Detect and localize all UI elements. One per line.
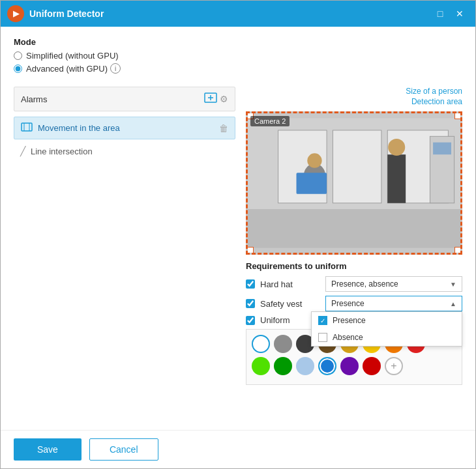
mode-section: Mode Simplified (without GPU) Advanced (… xyxy=(14,37,462,76)
footer: Save Cancel xyxy=(1,430,475,468)
color-red[interactable] xyxy=(363,357,381,375)
color-green[interactable] xyxy=(274,357,292,375)
content-area: Mode Simplified (without GPU) Advanced (… xyxy=(1,27,475,430)
color-light-blue[interactable] xyxy=(296,357,314,375)
alarm-item-movement[interactable]: Movement in the area 🗑 xyxy=(14,117,235,139)
size-of-person-link[interactable]: Size of a person xyxy=(406,87,462,96)
dropdown-presence-label: Presence xyxy=(333,316,366,325)
line-icon: ╱ xyxy=(20,146,25,156)
movement-icon xyxy=(21,122,33,134)
svg-rect-7 xyxy=(248,209,460,248)
safetyvest-dropdown-value: Presence xyxy=(331,299,364,308)
detection-area-link[interactable]: Detection area xyxy=(411,97,462,106)
mode-label: Mode xyxy=(14,37,462,47)
save-button[interactable]: Save xyxy=(14,438,82,461)
svg-rect-9 xyxy=(333,130,381,203)
dropdown-option-presence[interactable]: ✓ Presence xyxy=(312,312,462,329)
app-logo: ▶ xyxy=(7,5,24,22)
alarm-line-label: Line intersection xyxy=(31,147,93,156)
mode-info-icon[interactable]: i xyxy=(110,63,121,74)
req-row-hardhat: Hard hat Presence, absence ▼ xyxy=(246,276,462,292)
requirements-title: Requirements to uniform xyxy=(246,261,462,271)
left-panel: Alarms ⚙ xyxy=(14,87,235,419)
safetyvest-dropdown[interactable]: Presence ▲ xyxy=(325,296,462,311)
color-blue[interactable] xyxy=(318,357,336,375)
alarm-movement-label: Movement in the area xyxy=(38,123,219,133)
alarms-add-icon[interactable] xyxy=(204,92,217,106)
color-add-button[interactable]: + xyxy=(385,357,403,375)
mode-simplified-radio[interactable] xyxy=(14,51,22,60)
window-title: Uniform Detector xyxy=(29,8,430,19)
alarm-movement-delete[interactable]: 🗑 xyxy=(219,123,228,134)
safetyvest-dropdown-arrow: ▲ xyxy=(450,300,456,307)
mode-simplified-label: Simplified (without GPU) xyxy=(26,51,119,61)
alarms-row: Alarms ⚙ xyxy=(14,87,235,111)
color-row-2: + xyxy=(252,357,456,375)
cancel-button[interactable]: Cancel xyxy=(89,438,158,461)
logo-symbol: ▶ xyxy=(13,9,19,18)
requirements-section: Requirements to uniform Hard hat Presenc… xyxy=(246,261,462,385)
main-area: Alarms ⚙ xyxy=(14,87,462,419)
hardhat-label: Hard hat xyxy=(260,279,325,289)
camera-scene xyxy=(248,113,460,253)
dropdown-option-absence[interactable]: Absence xyxy=(312,329,462,346)
camera-view: Camera 2 xyxy=(246,111,462,255)
uniform-checkbox[interactable] xyxy=(246,316,255,325)
hardhat-dropdown-value: Presence, absence xyxy=(331,279,398,289)
safetyvest-checkbox[interactable] xyxy=(246,299,255,308)
svg-rect-13 xyxy=(387,154,406,203)
absence-check-icon xyxy=(318,333,327,342)
alarms-settings-icon[interactable]: ⚙ xyxy=(220,94,228,104)
mode-advanced-row: Advanced (with GPU) i xyxy=(14,63,462,74)
svg-rect-3 xyxy=(22,123,32,131)
color-white[interactable] xyxy=(252,335,270,353)
main-window: ▶ Uniform Detector □ ✕ Mode Simplified (… xyxy=(0,0,476,469)
close-button[interactable]: ✕ xyxy=(451,5,469,23)
mode-advanced-label: Advanced (with GPU) xyxy=(26,64,108,74)
color-purple[interactable] xyxy=(340,357,359,375)
color-light-green[interactable] xyxy=(252,357,270,375)
req-row-safetyvest: Safety vest Presence ▲ ✓ Presence xyxy=(246,296,462,311)
dropdown-absence-label: Absence xyxy=(333,333,363,342)
svg-point-12 xyxy=(307,153,321,167)
titlebar: ▶ Uniform Detector □ ✕ xyxy=(1,1,475,27)
corner-handle-br[interactable] xyxy=(454,247,461,253)
svg-rect-17 xyxy=(433,143,451,155)
presence-check-icon: ✓ xyxy=(318,316,327,325)
svg-point-14 xyxy=(388,139,405,156)
safetyvest-label: Safety vest xyxy=(260,299,325,309)
alarm-item-line[interactable]: ╱ Line intersection xyxy=(14,142,235,160)
top-links: Size of a person Detection area xyxy=(246,87,462,107)
hardhat-dropdown-arrow: ▼ xyxy=(450,281,456,288)
corner-handle-bl[interactable] xyxy=(247,247,254,253)
safetyvest-dropdown-menu: ✓ Presence Absence xyxy=(311,311,462,347)
svg-rect-15 xyxy=(297,173,327,194)
right-panel: Size of a person Detection area Camera 2 xyxy=(246,87,462,419)
mode-simplified-row: Simplified (without GPU) xyxy=(14,51,462,61)
color-gray[interactable] xyxy=(274,335,292,353)
camera-label: Camera 2 xyxy=(250,116,290,126)
corner-handle-tr[interactable] xyxy=(454,113,461,119)
minimize-button[interactable]: □ xyxy=(431,5,449,23)
hardhat-dropdown[interactable]: Presence, absence ▼ xyxy=(325,276,462,292)
mode-advanced-radio[interactable] xyxy=(14,64,22,73)
hardhat-checkbox[interactable] xyxy=(246,279,255,289)
alarms-label: Alarms xyxy=(21,94,200,104)
